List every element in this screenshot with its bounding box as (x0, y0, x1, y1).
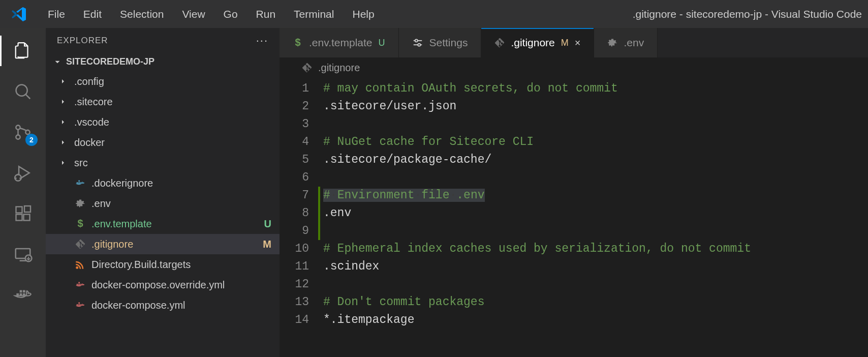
tree-item-label: .config (74, 76, 104, 87)
svg-text:$: $ (77, 219, 83, 229)
menu-file[interactable]: File (40, 5, 73, 23)
menu-view[interactable]: View (174, 5, 213, 23)
activity-scm[interactable]: 2 (10, 120, 36, 145)
rss-icon (74, 259, 86, 270)
folder-row[interactable]: .vscode (46, 112, 280, 132)
folder-row[interactable]: src (46, 153, 280, 173)
line-number: 7 (280, 187, 323, 204)
code-line[interactable]: 6 (280, 169, 868, 187)
code-line[interactable]: 14*.itempackage (280, 311, 868, 329)
code-editor[interactable]: 1# may contain OAuth secrets, do not com… (280, 78, 868, 357)
vscode-logo-icon (10, 5, 28, 23)
code-line[interactable]: 8.env (280, 204, 868, 222)
line-number: 3 (280, 115, 323, 133)
code-line[interactable]: 12 (280, 276, 868, 293)
line-number: 6 (280, 169, 323, 187)
activity-debug[interactable] (10, 160, 36, 186)
editor-tab[interactable]: .gitignoreM× (481, 28, 594, 57)
file-row[interactable]: .env (46, 193, 280, 214)
tree-item-label: .vscode (74, 116, 109, 128)
menu-selection[interactable]: Selection (112, 5, 172, 23)
svg-rect-9 (24, 215, 30, 221)
git-icon (74, 239, 86, 249)
close-icon[interactable]: × (575, 37, 581, 49)
editor-tab[interactable]: $.env.templateU (280, 28, 399, 57)
tree-item-label: .env.template (91, 218, 152, 230)
activity-docker[interactable] (10, 282, 36, 308)
code-text: .env (323, 204, 351, 222)
tab-label: .gitignore (511, 37, 554, 49)
git-icon (302, 63, 312, 73)
svg-rect-26 (80, 284, 82, 285)
activity-extensions[interactable] (10, 201, 36, 226)
file-row[interactable]: docker-compose.override.yml (46, 275, 280, 295)
folder-row[interactable]: docker (46, 132, 280, 153)
file-row[interactable]: Directory.Build.targets (46, 254, 280, 275)
line-number: 5 (280, 151, 323, 169)
code-text: .sitecore/package-cache/ (323, 151, 491, 169)
file-row[interactable]: .gitignoreM (46, 234, 280, 254)
chevron-down-icon (53, 57, 62, 67)
editor-area: $.env.templateUSettings.gitignoreM×.env … (280, 28, 868, 357)
code-line[interactable]: 5.sitecore/package-cache/ (280, 151, 868, 169)
svg-point-36 (418, 44, 420, 46)
code-text: # Ephemeral index caches used by seriali… (323, 240, 751, 258)
menu-help[interactable]: Help (344, 5, 382, 23)
activity-explorer[interactable] (10, 38, 36, 64)
code-line[interactable]: 11.scindex (280, 258, 868, 276)
code-line[interactable]: 3 (280, 115, 868, 133)
line-number: 12 (280, 276, 323, 293)
tree-item-label: src (74, 157, 88, 169)
explorer-sidebar: EXPLORER ··· SITECOREDEMO-JP .config.sit… (46, 28, 280, 357)
menu-edit[interactable]: Edit (75, 5, 110, 23)
activity-search[interactable] (10, 79, 36, 104)
gear-icon (74, 198, 86, 209)
svg-rect-30 (80, 304, 82, 306)
code-line[interactable]: 4# NuGet cache for Sitecore CLI (280, 133, 868, 151)
svg-rect-18 (77, 182, 78, 184)
svg-rect-7 (16, 207, 22, 213)
activity-remote[interactable] (10, 242, 36, 267)
svg-rect-29 (78, 304, 80, 306)
svg-rect-24 (77, 284, 78, 285)
code-line[interactable]: 2.sitecore/user.json (280, 98, 868, 115)
file-row[interactable]: docker-compose.yml (46, 295, 280, 315)
file-row[interactable]: .dockerignore (46, 173, 280, 193)
git-status-badge: U (264, 218, 271, 230)
line-number: 1 (280, 80, 323, 98)
menu-run[interactable]: Run (248, 5, 284, 23)
code-text: .scindex (323, 258, 379, 276)
activitybar: 2 (0, 28, 46, 357)
code-line[interactable]: 13# Don't commit packages (280, 293, 868, 311)
code-line[interactable]: 7#·Environment·file·.env (280, 187, 868, 204)
svg-rect-21 (78, 181, 80, 182)
docker-red-icon (74, 279, 86, 290)
svg-rect-10 (24, 206, 30, 212)
svg-rect-28 (77, 304, 78, 306)
svg-rect-31 (78, 303, 80, 304)
editor-tab[interactable]: Settings (399, 28, 482, 57)
gear-icon (607, 38, 617, 48)
code-line[interactable]: 10# Ephemeral index caches used by seria… (280, 240, 868, 258)
code-line[interactable]: 1# may contain OAuth secrets, do not com… (280, 80, 868, 98)
tab-status: M (561, 38, 569, 48)
breadcrumb[interactable]: .gitignore (280, 57, 868, 78)
code-line[interactable]: 9 (280, 222, 868, 240)
tree-root[interactable]: SITECOREDEMO-JP (46, 53, 280, 70)
line-number: 2 (280, 98, 323, 115)
code-text: *.itempackage (323, 311, 414, 329)
editor-tab[interactable]: .env (594, 28, 658, 57)
menu-terminal[interactable]: Terminal (286, 5, 342, 23)
file-row[interactable]: $.env.templateU (46, 214, 280, 234)
tree-item-label: docker-compose.yml (91, 300, 185, 311)
chevron-right-icon (59, 159, 69, 167)
tree-root-label: SITECOREDEMO-JP (66, 56, 154, 67)
file-tree: .config.sitecore.vscodedockersrc.dockeri… (46, 70, 280, 357)
folder-row[interactable]: .sitecore (46, 92, 280, 112)
folder-row[interactable]: .config (46, 71, 280, 92)
sidebar-more-icon[interactable]: ··· (256, 34, 268, 47)
tab-label: Settings (429, 37, 468, 49)
menu-go[interactable]: Go (215, 5, 246, 23)
sidebar-title: EXPLORER (57, 36, 108, 46)
window-title: .gitignore - sitecoredemo-jp - Visual St… (633, 8, 862, 20)
